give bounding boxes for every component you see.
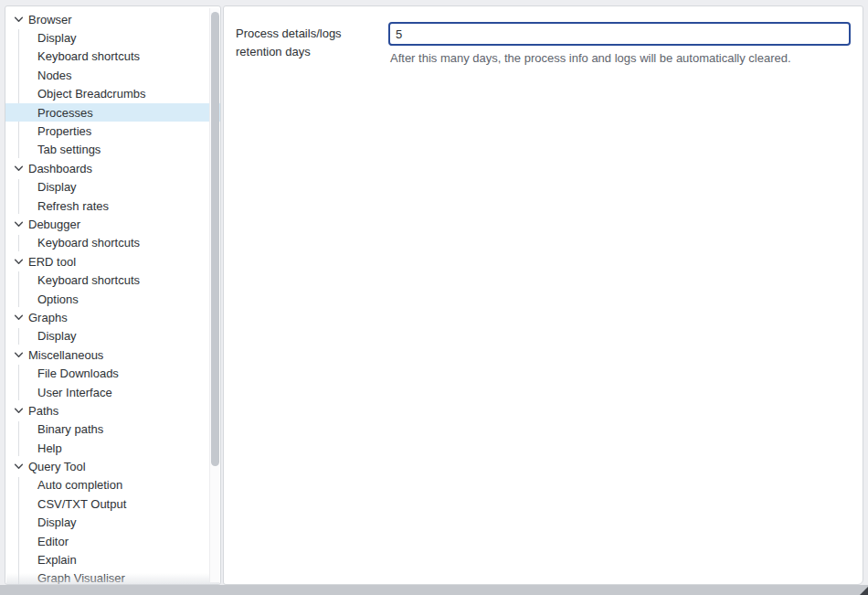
chevron-down-icon[interactable] bbox=[13, 405, 24, 416]
tree-item-paths-help[interactable]: Help bbox=[5, 439, 207, 457]
tree-item-query-tool-graph-visualiser[interactable]: Graph Visualiser bbox=[5, 569, 207, 585]
tree-group-miscellaneous[interactable]: Miscellaneous bbox=[5, 345, 207, 364]
tree-item-query-tool-display[interactable]: Display bbox=[5, 514, 207, 532]
tree-children-query-tool: Auto completionCSV/TXT OutputDisplayEdit… bbox=[5, 476, 207, 585]
sidebar-scrollbar-thumb[interactable] bbox=[211, 12, 219, 466]
tree-group-label: Query Tool bbox=[28, 460, 86, 473]
tree-item-debugger-keyboard-shortcuts[interactable]: Keyboard shortcuts bbox=[5, 234, 207, 252]
preferences-detail-panel: Process details/logs retention days Afte… bbox=[223, 5, 863, 585]
tree-item-browser-tab-settings[interactable]: Tab settings bbox=[5, 141, 207, 159]
chevron-down-icon[interactable] bbox=[13, 218, 24, 229]
chevron-down-icon[interactable] bbox=[13, 349, 24, 360]
chevron-down-icon[interactable] bbox=[13, 256, 24, 267]
tree-item-query-tool-editor[interactable]: Editor bbox=[5, 532, 207, 550]
retention-days-field-row: Process details/logs retention days Afte… bbox=[224, 6, 863, 65]
tree-group-graphs[interactable]: Graphs bbox=[5, 308, 207, 326]
tree-item-query-tool-auto-completion[interactable]: Auto completion bbox=[5, 476, 207, 494]
tree-item-browser-object-breadcrumbs[interactable]: Object Breadcrumbs bbox=[5, 85, 207, 103]
tree-children-dashboards: DisplayRefresh rates bbox=[5, 178, 207, 216]
tree-item-miscellaneous-user-interface[interactable]: User Interface bbox=[5, 383, 207, 401]
tree-group-debugger[interactable]: Debugger bbox=[5, 215, 207, 233]
tree-item-erd-tool-keyboard-shortcuts[interactable]: Keyboard shortcuts bbox=[5, 271, 207, 289]
tree-group-label: Paths bbox=[28, 404, 58, 418]
tree-item-query-tool-csv-txt-output[interactable]: CSV/TXT Output bbox=[5, 494, 207, 513]
tree-group-label: ERD tool bbox=[28, 255, 76, 269]
tree-children-miscellaneous: File DownloadsUser Interface bbox=[5, 364, 207, 401]
tree-group-label: Graphs bbox=[28, 311, 68, 324]
tree-children-erd-tool: Keyboard shortcutsOptions bbox=[5, 271, 207, 308]
tree-group-erd-tool[interactable]: ERD tool bbox=[5, 252, 207, 271]
tree-item-erd-tool-options[interactable]: Options bbox=[5, 290, 207, 308]
tree-group-browser[interactable]: Browser bbox=[5, 10, 207, 28]
tree-children-debugger: Keyboard shortcuts bbox=[5, 234, 207, 252]
retention-days-label: Process details/logs retention days bbox=[236, 22, 388, 65]
tree-children-graphs: Display bbox=[5, 327, 207, 345]
tree-group-label: Debugger bbox=[28, 218, 80, 231]
tree-item-browser-processes[interactable]: Processes bbox=[5, 103, 220, 122]
tree-item-dashboards-refresh-rates[interactable]: Refresh rates bbox=[5, 197, 207, 215]
tree-group-label: Miscellaneous bbox=[28, 348, 103, 362]
tree-item-graphs-display[interactable]: Display bbox=[5, 327, 207, 345]
tree-item-browser-keyboard-shortcuts[interactable]: Keyboard shortcuts bbox=[5, 48, 207, 66]
tree-item-browser-display[interactable]: Display bbox=[5, 28, 207, 47]
tree-item-paths-binary-paths[interactable]: Binary paths bbox=[5, 420, 207, 439]
preferences-dialog-body: BrowserDisplayKeyboard shortcutsNodesObj… bbox=[5, 5, 863, 585]
retention-days-input[interactable] bbox=[388, 22, 851, 46]
retention-days-control: After this many days, the process info a… bbox=[388, 22, 851, 65]
tree-children-paths: Binary pathsHelp bbox=[5, 420, 207, 458]
tree-children-browser: DisplayKeyboard shortcutsNodesObject Bre… bbox=[5, 28, 207, 159]
chevron-down-icon[interactable] bbox=[13, 163, 24, 174]
preferences-sidebar: BrowserDisplayKeyboard shortcutsNodesObj… bbox=[5, 5, 221, 585]
tree-item-query-tool-explain[interactable]: Explain bbox=[5, 550, 207, 568]
tree-item-dashboards-display[interactable]: Display bbox=[5, 178, 207, 197]
tree-item-browser-nodes[interactable]: Nodes bbox=[5, 66, 207, 84]
dialog-bottom-edge bbox=[0, 585, 868, 595]
tree-item-browser-properties[interactable]: Properties bbox=[5, 122, 207, 140]
tree-group-label: Browser bbox=[28, 13, 72, 27]
retention-days-helper-text: After this many days, the process info a… bbox=[388, 51, 851, 65]
chevron-down-icon[interactable] bbox=[13, 312, 24, 323]
chevron-down-icon[interactable] bbox=[13, 462, 24, 473]
chevron-down-icon[interactable] bbox=[13, 14, 24, 25]
preferences-tree: BrowserDisplayKeyboard shortcutsNodesObj… bbox=[5, 6, 220, 585]
tree-group-query-tool[interactable]: Query Tool bbox=[5, 457, 207, 475]
tree-item-miscellaneous-file-downloads[interactable]: File Downloads bbox=[5, 364, 207, 382]
tree-group-label: Dashboards bbox=[28, 162, 92, 175]
tree-group-dashboards[interactable]: Dashboards bbox=[5, 159, 207, 177]
resize-grip-icon[interactable] bbox=[860, 587, 868, 595]
tree-group-paths[interactable]: Paths bbox=[5, 401, 207, 420]
sidebar-scrollbar-track[interactable] bbox=[209, 8, 219, 582]
